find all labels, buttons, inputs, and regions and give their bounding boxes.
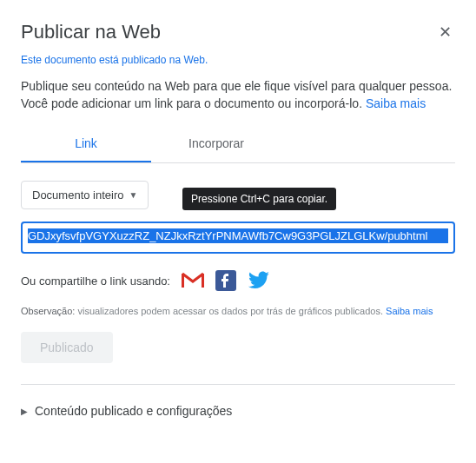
dialog-title: Publicar na Web — [21, 21, 161, 43]
share-row: Ou compartilhe o link usando: — [21, 271, 455, 290]
observation-note: Observação: visualizadores podem acessar… — [21, 306, 455, 316]
note-text: visualizadores podem acessar os dados po… — [75, 306, 386, 316]
tab-embed[interactable]: Incorporar — [151, 126, 281, 162]
note-label: Observação: — [21, 306, 75, 316]
share-icons — [181, 271, 271, 290]
facebook-icon[interactable] — [214, 271, 238, 290]
expand-settings[interactable]: ▶ Conteúdo publicado e configurações — [21, 400, 455, 421]
copy-tooltip: Pressione Ctrl+C para copiar. — [182, 188, 336, 210]
tab-panel-link: Documento inteiro ▼ Pressione Ctrl+C par… — [21, 163, 455, 421]
svg-rect-0 — [182, 274, 184, 288]
share-label: Ou compartilhe o link usando: — [21, 274, 170, 288]
published-link-text: GDJxyfsvfpVGYXuzzRZ_NZJkxRztYrPNMAWfb7Cw… — [28, 228, 448, 243]
expand-label: Conteúdo publicado e configurações — [35, 404, 232, 418]
divider — [21, 384, 455, 385]
gmail-icon[interactable] — [181, 271, 205, 290]
published-link-field[interactable]: GDJxyfsvfpVGYXuzzRZ_NZJkxRztYrPNMAWfb7Cw… — [21, 222, 455, 254]
tabs: Link Incorporar — [21, 126, 455, 163]
dialog-description: Publique seu conteúdo na Web para que el… — [21, 78, 455, 112]
svg-rect-1 — [202, 274, 204, 288]
published-button: Publicado — [21, 332, 113, 363]
close-button[interactable]: ✕ — [435, 21, 455, 43]
publish-status-link[interactable]: Este documento está publicado na Web. — [21, 54, 455, 66]
close-icon: ✕ — [439, 23, 452, 41]
publish-dialog: Publicar na Web ✕ Este documento está pu… — [0, 0, 476, 435]
dialog-header: Publicar na Web ✕ — [21, 21, 455, 43]
content-scope-dropdown[interactable]: Documento inteiro ▼ — [21, 181, 149, 209]
tab-link[interactable]: Link — [21, 126, 151, 162]
note-learn-more-link[interactable]: Saiba mais — [386, 306, 433, 316]
twitter-icon[interactable] — [247, 271, 271, 290]
chevron-right-icon: ▶ — [21, 407, 28, 416]
learn-more-link[interactable]: Saiba mais — [366, 96, 426, 110]
dropdown-label: Documento inteiro — [32, 189, 124, 202]
chevron-down-icon: ▼ — [129, 190, 138, 200]
